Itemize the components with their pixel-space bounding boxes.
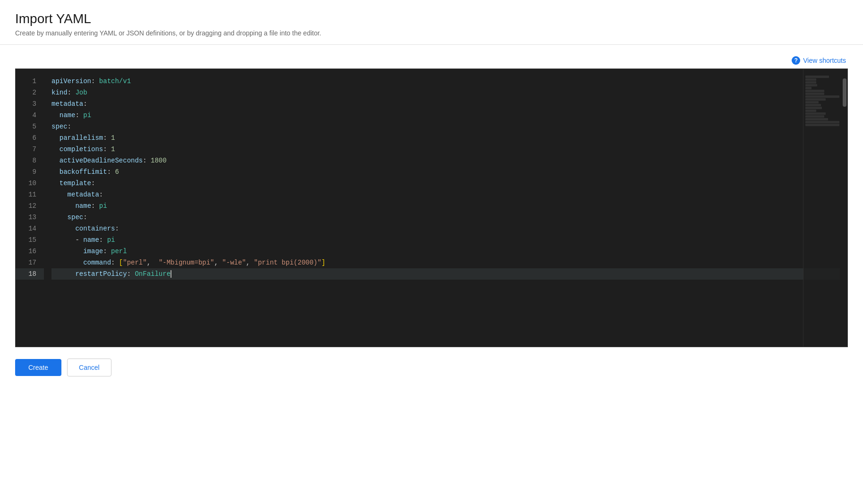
code-line: parallelism: 1 [51,132,840,144]
line-number: 3 [16,98,44,110]
code-line: backoffLimit: 6 [51,166,840,178]
text-cursor [171,270,171,278]
line-number: 4 [16,110,44,121]
code-line: - name: pi [51,234,840,246]
line-number: 8 [16,155,44,166]
page-title: Import YAML [15,11,848,26]
line-number: 10 [16,178,44,189]
shortcuts-label: View shortcuts [803,57,846,64]
minimap [803,69,841,347]
view-shortcuts-link[interactable]: ? View shortcuts [792,56,846,65]
line-number: 7 [16,144,44,155]
code-line: image: perl [51,246,840,257]
line-number: 16 [16,246,44,257]
code-editor[interactable]: 123456789101112131415161718 apiVersion: … [15,68,848,347]
line-number: 5 [16,121,44,132]
scrollbar-thumb [843,78,846,107]
code-line: containers: [51,223,840,234]
code-line: spec: [51,212,840,223]
line-number: 17 [16,257,44,268]
cancel-button[interactable]: Cancel [67,359,111,376]
line-number: 18 [16,268,44,280]
line-number: 9 [16,166,44,178]
code-line: metadata: [51,189,840,200]
line-number: 14 [16,223,44,234]
code-line: template: [51,178,840,189]
code-line: kind: Job [51,87,840,98]
line-number: 12 [16,200,44,212]
code-line: completions: 1 [51,144,840,155]
footer-actions: Create Cancel [0,347,863,388]
editor-section: ? View shortcuts 12345678910111213141516… [0,45,863,347]
line-number: 11 [16,189,44,200]
create-button[interactable]: Create [15,359,61,376]
code-line: apiVersion: batch/v1 [51,76,840,87]
line-number: 1 [16,76,44,87]
page-subtitle: Create by manually entering YAML or JSON… [15,29,848,37]
code-line: command: ["perl", "-Mbignum=bpi", "-wle"… [51,257,840,268]
code-line: name: pi [51,200,840,212]
page-header: Import YAML Create by manually entering … [0,0,863,45]
help-icon: ? [792,56,800,65]
line-numbers-gutter: 123456789101112131415161718 [16,69,44,347]
line-number: 13 [16,212,44,223]
code-line: spec: [51,121,840,132]
code-line: restartPolicy: OnFailure [51,268,840,280]
code-line: activeDeadlineSeconds: 1800 [51,155,840,166]
line-number: 15 [16,234,44,246]
code-content-area[interactable]: apiVersion: batch/v1kind: Jobmetadata: n… [44,69,847,347]
shortcuts-bar: ? View shortcuts [15,56,848,65]
scrollbar-track[interactable] [842,69,847,347]
line-number: 2 [16,87,44,98]
code-line: name: pi [51,110,840,121]
code-line: metadata: [51,98,840,110]
line-number: 6 [16,132,44,144]
